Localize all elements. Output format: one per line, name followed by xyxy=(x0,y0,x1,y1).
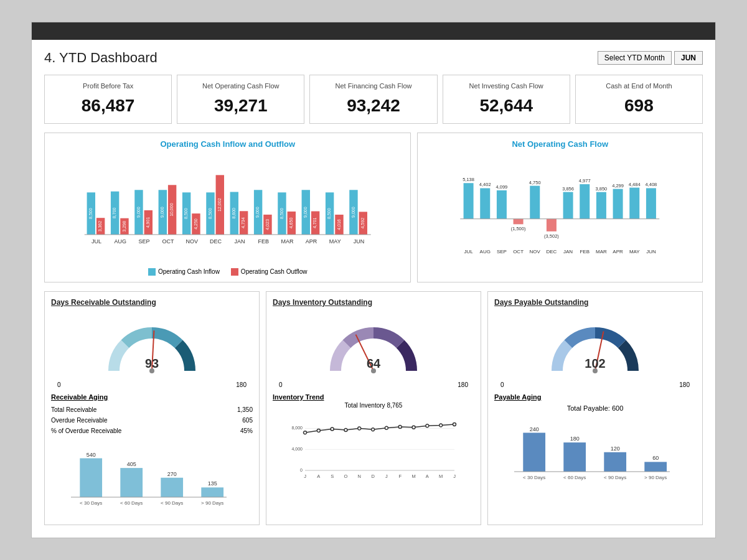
net-op-bar-area: 5,138JUL4,402AUG4,099SEP(1,500)OCT4,750N… xyxy=(424,154,696,266)
svg-text:3,856: 3,856 xyxy=(563,185,575,191)
svg-text:O: O xyxy=(344,474,348,479)
svg-text:4,650: 4,650 xyxy=(289,217,293,228)
svg-text:SEP: SEP xyxy=(139,238,150,245)
svg-text:3,362: 3,362 xyxy=(98,220,102,231)
svg-text:< 60 Days: < 60 Days xyxy=(120,500,143,506)
payable-total: Total Payable: 600 xyxy=(494,404,696,412)
operating-cash-svg: 8,5003,362JUL8,7003,298AUG9,0004,901SEP9… xyxy=(51,154,404,266)
svg-text:4,250: 4,250 xyxy=(194,218,198,230)
svg-text:(1,500): (1,500) xyxy=(511,226,526,231)
svg-text:120: 120 xyxy=(611,445,620,451)
ytd-selector: Select YTD Month JUN xyxy=(598,51,703,65)
svg-rect-151 xyxy=(523,432,545,472)
svg-rect-107 xyxy=(161,477,183,497)
svg-text:NOV: NOV xyxy=(530,249,541,254)
svg-rect-104 xyxy=(120,468,143,497)
svg-text:4,023: 4,023 xyxy=(265,219,270,230)
kpi-card-2: Net Financing Cash Flow 93,242 xyxy=(309,75,437,123)
payable-card: Days Payable Outstanding 102 0 180 Payab… xyxy=(487,291,703,525)
inflow-legend-dot xyxy=(148,268,156,276)
svg-text:DEC: DEC xyxy=(210,238,222,245)
svg-text:4,750: 4,750 xyxy=(529,179,541,185)
overdue-receivable-value: 605 xyxy=(242,415,253,426)
svg-text:540: 540 xyxy=(87,451,96,457)
svg-text:S: S xyxy=(331,474,334,479)
receivable-aging-title: Receivable Aging xyxy=(51,393,253,401)
svg-text:JUN: JUN xyxy=(354,238,365,245)
svg-text:60: 60 xyxy=(652,455,659,461)
svg-text:JUL: JUL xyxy=(464,249,474,254)
svg-text:AUG: AUG xyxy=(114,238,126,245)
svg-text:J: J xyxy=(304,474,306,479)
svg-text:5,138: 5,138 xyxy=(463,177,475,182)
svg-text:9,000: 9,000 xyxy=(136,207,141,218)
svg-rect-82 xyxy=(580,184,590,219)
svg-text:8,500: 8,500 xyxy=(208,208,212,219)
inventory-gauge-labels: 0 180 xyxy=(273,381,474,388)
top-bar xyxy=(32,22,715,40)
payable-gauge-area: 102 xyxy=(494,312,696,380)
svg-rect-85 xyxy=(596,192,606,218)
receivable-aging-svg: 540< 30 Days405< 60 Days270< 90 Days135>… xyxy=(51,441,253,516)
pct-overdue-label: % of Overdue Receivable xyxy=(51,426,121,436)
svg-text:< 90 Days: < 90 Days xyxy=(604,475,626,480)
svg-text:8,500: 8,500 xyxy=(280,208,284,219)
svg-text:4,701: 4,701 xyxy=(312,217,317,228)
svg-text:J: J xyxy=(385,474,388,479)
svg-text:4,901: 4,901 xyxy=(146,217,150,228)
kpi-label-0: Profit Before Tax xyxy=(54,82,162,90)
svg-text:F: F xyxy=(398,474,402,479)
svg-text:3,850: 3,850 xyxy=(596,185,608,191)
svg-text:N: N xyxy=(358,474,361,479)
svg-point-129 xyxy=(385,426,388,429)
svg-text:9,000: 9,000 xyxy=(303,207,308,218)
inventory-total-label: Total Inventory xyxy=(345,402,385,409)
svg-rect-64 xyxy=(481,188,491,218)
svg-point-133 xyxy=(439,424,443,427)
svg-text:4,484: 4,484 xyxy=(629,181,641,187)
payable-gauge-svg: 102 xyxy=(533,312,657,380)
svg-point-126 xyxy=(344,428,347,431)
svg-point-131 xyxy=(412,426,415,429)
svg-text:OCT: OCT xyxy=(162,238,174,245)
kpi-card-3: Net Investing Cash Flow 52,644 xyxy=(443,75,570,123)
kpi-card-4: Cash at End of Month 698 xyxy=(575,75,703,123)
kpi-label-3: Net Investing Cash Flow xyxy=(452,82,561,90)
svg-text:JAN: JAN xyxy=(564,249,573,254)
svg-rect-76 xyxy=(547,218,557,231)
svg-point-124 xyxy=(317,429,320,432)
svg-point-125 xyxy=(331,427,334,431)
svg-text:135: 135 xyxy=(208,480,217,487)
receivable-gauge-area: 93 xyxy=(51,312,253,380)
svg-point-132 xyxy=(426,424,429,427)
payable-total-value: 600 xyxy=(612,404,623,412)
svg-text:JUL: JUL xyxy=(92,238,101,245)
svg-text:8,500: 8,500 xyxy=(88,208,93,219)
svg-text:FEB: FEB xyxy=(258,238,269,245)
svg-rect-110 xyxy=(201,487,223,497)
svg-rect-67 xyxy=(497,190,507,219)
inventory-gauge-title: Days Inventory Outstanding xyxy=(273,298,474,307)
svg-rect-160 xyxy=(644,462,667,472)
svg-rect-157 xyxy=(604,452,626,471)
svg-text:4,734: 4,734 xyxy=(241,217,245,228)
receivable-gauge-svg: 93 xyxy=(90,312,214,380)
svg-text:DEC: DEC xyxy=(547,249,557,254)
svg-text:MAR: MAR xyxy=(596,249,608,254)
page-title: 4. YTD Dashboard xyxy=(44,50,157,66)
svg-text:AUG: AUG xyxy=(480,249,491,254)
svg-text:D: D xyxy=(371,474,375,479)
kpi-value-0: 86,487 xyxy=(54,96,162,116)
ytd-value[interactable]: JUN xyxy=(674,51,703,65)
svg-text:9,000: 9,000 xyxy=(255,207,260,218)
svg-point-134 xyxy=(453,422,456,426)
operating-cash-bar-area: 8,5003,362JUL8,7003,298AUG9,0004,901SEP9… xyxy=(51,154,404,266)
total-receivable-row: Total Receivable 1,350 xyxy=(51,404,253,415)
svg-text:9,000: 9,000 xyxy=(160,207,164,218)
svg-text:OCT: OCT xyxy=(514,249,524,254)
net-op-svg: 5,138JUL4,402AUG4,099SEP(1,500)OCT4,750N… xyxy=(424,154,696,266)
ytd-label[interactable]: Select YTD Month xyxy=(598,51,672,65)
kpi-value-2: 93,242 xyxy=(319,96,428,116)
kpi-label-4: Cash at End of Month xyxy=(585,82,693,90)
svg-text:> 90 Days: > 90 Days xyxy=(644,475,667,480)
